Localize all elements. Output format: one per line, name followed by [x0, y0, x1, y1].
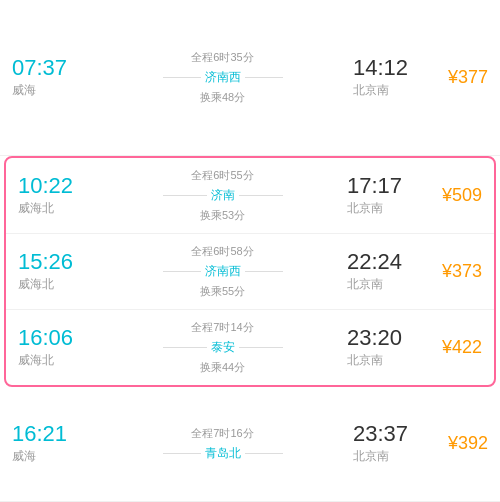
arrive-time: 23:20 [347, 326, 402, 350]
depart-station: 威海北 [18, 200, 54, 217]
depart-station: 威海北 [18, 276, 54, 293]
line-left [163, 195, 207, 196]
middle-section: 全程7时16分 青岛北 [92, 426, 353, 462]
transfer-info: 济南西 [163, 69, 283, 86]
transfer-info: 青岛北 [163, 445, 283, 462]
transfer-station: 青岛北 [201, 445, 245, 462]
transfer-duration: 换乘53分 [200, 208, 245, 223]
arrive-station: 北京南 [347, 352, 383, 369]
depart-time: 16:21 [12, 422, 67, 446]
arrive-section: 23:37 北京南 [353, 422, 433, 465]
train-row[interactable]: 07:37 威海 全程6时35分 济南西 换乘48分 14:12 北京南 ¥37… [0, 0, 500, 156]
train-row[interactable]: 16:06 威海北 全程7时14分 泰安 换乘44分 23:20 北京南 ¥42… [6, 310, 494, 385]
arrive-time: 17:17 [347, 174, 402, 198]
arrive-time: 22:24 [347, 250, 402, 274]
highlight-wrapper: 10:22 威海北 全程6时55分 济南 换乘53分 17:17 北京南 ¥50… [4, 156, 496, 387]
line-left [163, 271, 201, 272]
transfer-duration: 换乘44分 [200, 360, 245, 375]
total-duration: 全程6时35分 [191, 50, 253, 65]
depart-section: 07:37 威海 [12, 56, 92, 99]
depart-section: 10:22 威海北 [18, 174, 98, 217]
line-left [163, 347, 207, 348]
arrive-section: 14:12 北京南 [353, 56, 433, 99]
depart-station: 威海 [12, 82, 36, 99]
line-right [245, 271, 283, 272]
transfer-info: 济南西 [163, 263, 283, 280]
middle-section: 全程7时14分 泰安 换乘44分 [98, 320, 347, 375]
train-row[interactable]: 15:26 威海北 全程6时58分 济南西 换乘55分 22:24 北京南 ¥3… [6, 234, 494, 310]
depart-time: 10:22 [18, 174, 73, 198]
transfer-duration: 换乘48分 [200, 90, 245, 105]
price: ¥422 [442, 337, 482, 358]
price-section: ¥422 [427, 337, 482, 358]
arrive-time: 23:37 [353, 422, 408, 446]
price: ¥392 [448, 433, 488, 454]
transfer-info: 泰安 [163, 339, 283, 356]
depart-section: 16:06 威海北 [18, 326, 98, 369]
price: ¥377 [448, 67, 488, 88]
line-left [163, 77, 201, 78]
arrive-station: 北京南 [353, 82, 389, 99]
depart-section: 15:26 威海北 [18, 250, 98, 293]
arrive-section: 23:20 北京南 [347, 326, 427, 369]
transfer-station: 济南西 [201, 263, 245, 280]
middle-section: 全程6时55分 济南 换乘53分 [98, 168, 347, 223]
depart-station: 威海 [12, 448, 36, 465]
depart-time: 16:06 [18, 326, 73, 350]
price-section: ¥373 [427, 261, 482, 282]
price: ¥373 [442, 261, 482, 282]
train-row[interactable]: 16:21 威海 全程7时16分 青岛北 23:37 北京南 ¥392 [0, 387, 500, 502]
train-list: 07:37 威海 全程6时35分 济南西 换乘48分 14:12 北京南 ¥37… [0, 0, 500, 502]
transfer-station: 济南西 [201, 69, 245, 86]
line-right [239, 347, 283, 348]
arrive-time: 14:12 [353, 56, 408, 80]
arrive-section: 22:24 北京南 [347, 250, 427, 293]
transfer-station: 济南 [207, 187, 239, 204]
middle-section: 全程6时58分 济南西 换乘55分 [98, 244, 347, 299]
price-section: ¥377 [433, 67, 488, 88]
depart-time: 07:37 [12, 56, 67, 80]
line-right [245, 453, 283, 454]
arrive-station: 北京南 [347, 276, 383, 293]
arrive-section: 17:17 北京南 [347, 174, 427, 217]
depart-section: 16:21 威海 [12, 422, 92, 465]
arrive-station: 北京南 [353, 448, 389, 465]
price: ¥509 [442, 185, 482, 206]
total-duration: 全程7时16分 [191, 426, 253, 441]
arrive-station: 北京南 [347, 200, 383, 217]
depart-time: 15:26 [18, 250, 73, 274]
line-right [239, 195, 283, 196]
line-left [163, 453, 201, 454]
total-duration: 全程6时55分 [191, 168, 253, 183]
total-duration: 全程7时14分 [191, 320, 253, 335]
train-row[interactable]: 10:22 威海北 全程6时55分 济南 换乘53分 17:17 北京南 ¥50… [6, 158, 494, 234]
transfer-station: 泰安 [207, 339, 239, 356]
total-duration: 全程6时58分 [191, 244, 253, 259]
price-section: ¥392 [433, 433, 488, 454]
middle-section: 全程6时35分 济南西 换乘48分 [92, 50, 353, 105]
price-section: ¥509 [427, 185, 482, 206]
transfer-duration: 换乘55分 [200, 284, 245, 299]
depart-station: 威海北 [18, 352, 54, 369]
line-right [245, 77, 283, 78]
transfer-info: 济南 [163, 187, 283, 204]
